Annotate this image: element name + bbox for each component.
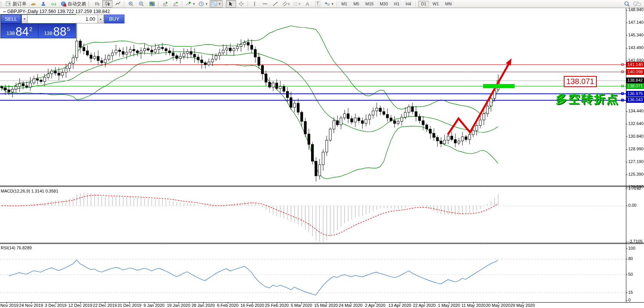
toolbar-separator: [158, 1, 159, 7]
price-badge-140.098: 140.098: [626, 69, 644, 75]
rsi-tick-label: 80: [628, 256, 633, 261]
text-tool-button[interactable]: A: [302, 0, 313, 8]
cursor-tool-button[interactable]: [226, 0, 236, 8]
price-badge-136.975: 136.975: [626, 91, 644, 97]
price-badge-136.043: 136.043: [626, 97, 644, 103]
crosshair-tool-button[interactable]: [236, 0, 247, 8]
tile-windows-icon: [149, 1, 155, 7]
tile-windows-button[interactable]: [147, 0, 157, 8]
bar-chart-icon: [94, 1, 100, 7]
chart-shift-icon: [173, 1, 179, 7]
line-chart-icon: [115, 1, 121, 7]
clock-icon: [199, 1, 204, 7]
chart-shift-button[interactable]: [171, 0, 181, 8]
timeframe-button-m1[interactable]: M1: [339, 1, 350, 7]
volume-decrease-button[interactable]: ▼: [22, 15, 28, 23]
price-tick-label: 147.140: [628, 20, 644, 25]
timeframe-button-w1[interactable]: W1: [430, 1, 442, 7]
signal-icon: [51, 1, 57, 7]
chart-canvas[interactable]: [0, 0, 644, 308]
market-watch-button[interactable]: [28, 0, 38, 8]
price-tick-label: 132.640: [628, 121, 644, 126]
arrows-tool-button[interactable]: ▼: [323, 0, 336, 8]
templates-button[interactable]: ▼: [210, 0, 223, 8]
price-tick-label: 143.490: [628, 45, 644, 50]
auto-scroll-icon: [162, 1, 168, 7]
search-icon[interactable]: [624, 1, 630, 7]
timeframe-button-m30[interactable]: M30: [377, 1, 391, 7]
signals-button[interactable]: [49, 0, 59, 8]
sell-price-big: 84: [15, 26, 28, 38]
buy-price-sup: 5: [67, 26, 70, 32]
fibo-tool-label: F: [299, 2, 301, 6]
bar-chart-button[interactable]: [92, 0, 102, 8]
profile-button[interactable]: [38, 0, 49, 8]
text-tool-icon: A: [306, 2, 309, 7]
macd-panel-label: MACD(12,26,9) 1.3141 0.3581: [1, 189, 58, 193]
toolbar-separator: [416, 1, 416, 7]
sell-price-button[interactable]: 138 84 2: [1, 24, 38, 38]
one-click-trading-panel: SELL ▼ ▲ BUY 138 84 2 138 88 5: [0, 14, 76, 38]
buy-price-button[interactable]: 138 88 5: [38, 24, 76, 38]
indicators-icon: [185, 1, 191, 7]
price-badge-138.842: 138.842: [626, 77, 644, 83]
equidistant-channel-tool-button[interactable]: E: [281, 0, 291, 8]
timeframe-toolbar: M1M5M15M30H1H4D1W1MN: [339, 1, 454, 7]
timeframe-button-m15[interactable]: M15: [363, 1, 376, 7]
zoom-in-icon: [128, 1, 134, 7]
support-zone-bar-annotation[interactable]: [483, 84, 515, 88]
horizontal-line-icon: [262, 1, 268, 7]
line-chart-button[interactable]: [113, 0, 123, 8]
timeframe-button-h1[interactable]: H1: [391, 1, 402, 7]
dropdown-caret-icon: ▼: [218, 2, 221, 6]
dropdown-caret-icon: ▼: [192, 2, 195, 6]
chart-symbol-header: GBPJPY-,Daily 137.560 139.722 137.259 13…: [3, 9, 110, 14]
macd-tick-label: 0.00: [628, 203, 636, 208]
chat-icon[interactable]: [633, 1, 641, 7]
fibonacci-icon: [293, 1, 299, 7]
trendline-icon: [273, 1, 278, 7]
zoom-out-button[interactable]: [136, 0, 147, 8]
indicators-button[interactable]: ▼: [184, 0, 197, 8]
toolbar-separator: [182, 1, 183, 7]
buy-button[interactable]: BUY: [104, 15, 124, 23]
volume-input[interactable]: [28, 15, 98, 23]
vertical-line-icon: [252, 1, 257, 7]
candlestick-chart-button[interactable]: [102, 0, 113, 8]
price-tick-label: 134.440: [628, 109, 644, 113]
timeframe-button-m5[interactable]: M5: [351, 1, 362, 7]
candlestick-icon: [105, 1, 110, 7]
text-label-tool-button[interactable]: T: [313, 0, 323, 8]
sell-button[interactable]: SELL: [1, 15, 21, 23]
dropdown-caret-icon: ▼: [205, 2, 208, 6]
new-order-button[interactable]: 新订单: [4, 0, 28, 8]
horizontal-line-tool-button[interactable]: [260, 0, 270, 8]
gold-icon: [30, 1, 36, 7]
timeframe-button-d1[interactable]: D1: [418, 1, 429, 7]
volume-increase-button[interactable]: ▲: [98, 15, 104, 23]
timeframe-button-h4[interactable]: H4: [403, 1, 414, 7]
rsi-tick-label: 100: [628, 246, 635, 250]
toolbar-separator: [337, 1, 338, 7]
buy-price-big: 88: [53, 26, 66, 38]
channel-icon: [282, 1, 288, 7]
timeframe-button-mn[interactable]: MN: [442, 1, 454, 7]
vertical-line-tool-button[interactable]: [250, 0, 260, 8]
symbol-ohlc-text: GBPJPY-,Daily 137.560 139.722 137.259 13…: [7, 9, 110, 14]
periods-button[interactable]: ▼: [197, 0, 210, 8]
fibonacci-tool-button[interactable]: F: [291, 0, 302, 8]
macd-tick-label: -3.7105: [628, 239, 642, 244]
turning-point-text-annotation[interactable]: 多空转折点: [556, 91, 619, 107]
macd-tick-label: 1.7292: [628, 186, 641, 191]
trendline-tool-button[interactable]: [270, 0, 281, 8]
autotrade-button[interactable]: 自动交易: [59, 0, 88, 8]
rsi-tick-label: 15: [628, 290, 633, 295]
auto-scroll-button[interactable]: [160, 0, 171, 8]
zoom-in-button[interactable]: [126, 0, 136, 8]
price-level-box-annotation[interactable]: 138.071: [564, 76, 597, 87]
price-tick-label: 125.390: [628, 172, 644, 176]
toolbar-grip: [88, 2, 90, 7]
toolbar-grip: [1, 2, 3, 7]
toolbar-separator: [224, 1, 225, 7]
rsi-panel-label: RSI(14) 76.8289: [1, 245, 32, 250]
